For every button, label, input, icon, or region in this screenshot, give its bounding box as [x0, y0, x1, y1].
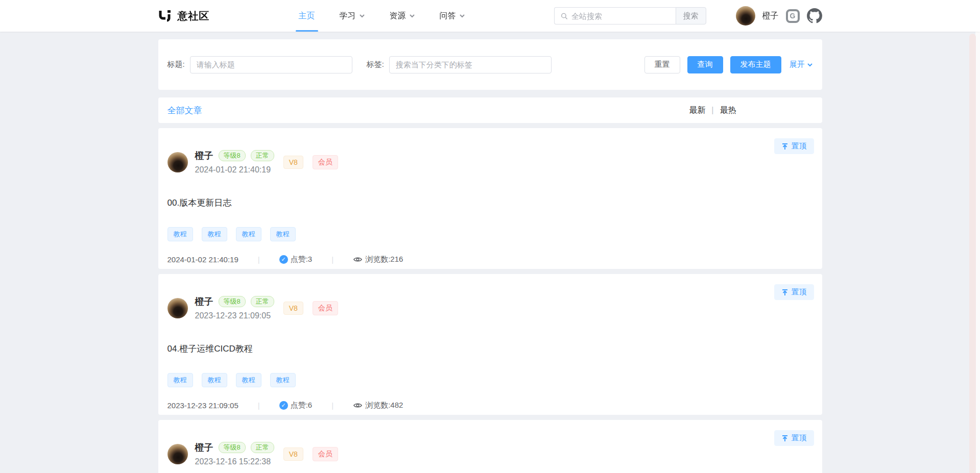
post-author-name[interactable]: 橙子 [195, 295, 213, 308]
post-datetime: 2023-12-16 15:22:38 [195, 457, 274, 466]
post-tag[interactable]: 教程 [236, 373, 261, 387]
like-check-icon: ✓ [279, 255, 288, 264]
post-author-avatar[interactable] [168, 444, 188, 464]
views-label: 浏览数:216 [365, 255, 403, 264]
post-tag[interactable]: 教程 [236, 227, 261, 241]
pin-top-icon [781, 289, 788, 296]
status-badge: 正常 [251, 442, 274, 453]
footer-divider: | [331, 401, 333, 410]
app-header: 意社区 主页 学习 资源 问答 [0, 0, 980, 32]
member-badge: 会员 [313, 301, 338, 315]
gitee-icon[interactable]: G [786, 9, 800, 23]
nav-item-qa[interactable]: 问答 [427, 0, 477, 32]
pin-button[interactable]: 置顶 [774, 284, 814, 300]
pin-top-icon [781, 143, 788, 150]
user-avatar[interactable] [736, 6, 755, 26]
title-filter-input[interactable] [190, 56, 352, 73]
scrollbar-thumb[interactable] [969, 34, 976, 473]
post-tag[interactable]: 教程 [202, 227, 227, 241]
nav-label: 问答 [440, 11, 456, 21]
chevron-down-icon [359, 13, 365, 19]
tag-filter-label: 标签: [367, 60, 384, 69]
search-button[interactable]: 搜索 [676, 7, 706, 24]
post-tag[interactable]: 教程 [168, 373, 193, 387]
post-card[interactable]: 置顶 橙子 等级8 正常 2023-12-23 21:09:05 V8 会员 0… [158, 274, 822, 415]
pin-top-icon [781, 435, 788, 442]
post-tag[interactable]: 教程 [168, 227, 193, 241]
all-articles-tab[interactable]: 全部文章 [168, 105, 202, 116]
likes-stat: ✓ 点赞:3 [279, 255, 313, 264]
search-input[interactable] [571, 12, 670, 20]
like-check-icon: ✓ [279, 401, 288, 410]
level-badge: 等级8 [219, 442, 246, 453]
post-card[interactable]: 置顶 橙子 等级8 正常 2024-01-02 21:40:19 V8 会员 0… [158, 128, 822, 269]
post-card[interactable]: 置顶 橙子 等级8 正常 2023-12-16 15:22:38 V8 会员 [158, 420, 822, 473]
title-filter-label: 标题: [168, 60, 185, 69]
article-list-header: 全部文章 最新 | 最热 [158, 97, 822, 123]
nav-label: 学习 [340, 11, 356, 21]
query-button[interactable]: 查询 [687, 56, 723, 73]
footer-divider: | [258, 401, 260, 410]
footer-datetime: 2024-01-02 21:40:19 [168, 255, 238, 264]
site-title: 意社区 [178, 9, 210, 23]
nav-item-resources[interactable]: 资源 [377, 0, 427, 32]
views-stat: 浏览数:216 [353, 255, 403, 264]
member-badge: 会员 [313, 155, 338, 169]
chevron-down-icon [459, 13, 465, 19]
github-icon[interactable] [807, 8, 822, 23]
footer-datetime: 2023-12-23 21:09:05 [168, 401, 238, 410]
pin-label: 置顶 [792, 141, 807, 151]
post-author-avatar[interactable] [168, 298, 188, 318]
post-tag[interactable]: 教程 [270, 227, 296, 241]
gitee-letter: G [790, 12, 796, 20]
footer-divider: | [258, 255, 260, 264]
post-author-name[interactable]: 橙子 [195, 150, 213, 162]
main-nav: 主页 学习 资源 问答 [286, 0, 477, 32]
post-title[interactable]: 00.版本更新日志 [168, 197, 813, 209]
post-author-avatar[interactable] [168, 152, 188, 172]
nav-item-home[interactable]: 主页 [286, 0, 327, 32]
level-badge: 等级8 [219, 150, 246, 161]
post-author-name[interactable]: 橙子 [195, 441, 213, 454]
member-badge: 会员 [313, 447, 338, 461]
pin-button[interactable]: 置顶 [774, 430, 814, 446]
expand-toggle[interactable]: 展开 [790, 60, 813, 69]
pin-label: 置顶 [792, 433, 807, 443]
global-search: 搜索 [554, 7, 706, 24]
publish-topic-button[interactable]: 发布主题 [730, 56, 781, 73]
post-datetime: 2023-12-23 21:09:05 [195, 311, 274, 320]
post-title[interactable]: 04.橙子运维CICD教程 [168, 343, 813, 355]
status-badge: 正常 [251, 296, 274, 307]
pin-button[interactable]: 置顶 [774, 138, 814, 154]
pin-label: 置顶 [792, 287, 807, 297]
footer-divider: | [331, 255, 333, 264]
vip-badge: V8 [283, 302, 303, 315]
post-tag[interactable]: 教程 [270, 373, 296, 387]
post-tag[interactable]: 教程 [202, 373, 227, 387]
reset-button[interactable]: 重置 [644, 56, 680, 73]
chevron-down-icon [807, 62, 813, 68]
chevron-down-icon [409, 13, 415, 19]
nav-item-study[interactable]: 学习 [327, 0, 377, 32]
search-input-wrap [554, 7, 676, 24]
filter-bar: 标题: 标签: 重置 查询 发布主题 展开 [158, 39, 822, 90]
status-badge: 正常 [251, 150, 274, 161]
site-logo[interactable]: 意社区 [158, 9, 210, 23]
sort-divider: | [711, 106, 713, 115]
tag-filter-input[interactable] [389, 56, 552, 73]
scrollbar-track[interactable] [975, 32, 980, 473]
logo-icon [158, 9, 173, 23]
level-badge: 等级8 [219, 296, 246, 307]
sort-newest[interactable]: 最新 [689, 105, 705, 116]
nav-label: 资源 [390, 11, 406, 21]
likes-label: 点赞:3 [291, 255, 313, 264]
eye-icon [353, 401, 363, 410]
vip-badge: V8 [283, 156, 303, 169]
sort-hottest[interactable]: 最热 [720, 105, 736, 116]
header-username[interactable]: 橙子 [762, 11, 779, 21]
likes-label: 点赞:6 [291, 401, 313, 410]
expand-label: 展开 [790, 60, 805, 69]
nav-label: 主页 [299, 11, 315, 21]
eye-icon [353, 255, 363, 264]
post-datetime: 2024-01-02 21:40:19 [195, 165, 274, 175]
